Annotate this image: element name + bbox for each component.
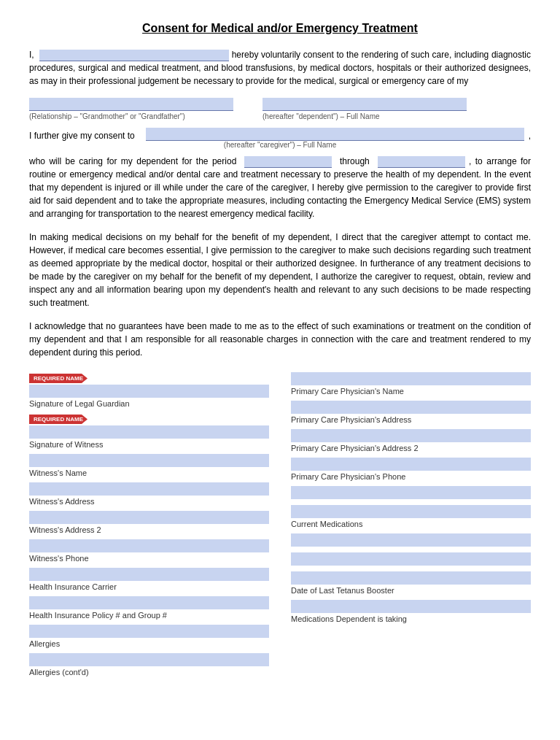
form-group-2: Witness's Name: [29, 454, 269, 478]
paragraph-3: I acknowledge that no guarantees have be…: [29, 320, 531, 359]
form-group-1: Primary Care Physician's Address: [291, 401, 531, 425]
field-label-5: Current Medications: [291, 520, 531, 528]
form-group-6: Health Insurance Carrier: [29, 568, 269, 592]
input-field-4[interactable]: [29, 511, 269, 524]
paragraph-period: who will be caring for my dependent for …: [29, 155, 531, 220]
relationship-field[interactable]: [29, 98, 233, 111]
input-field-0[interactable]: [29, 385, 269, 398]
form-group-0: Primary Care Physician's Name: [291, 372, 531, 396]
caregiver-row: I further give my consent to ,: [29, 128, 531, 141]
form-group-4: Witness's Address 2: [29, 511, 269, 535]
form-group-4: [291, 486, 531, 501]
input-field-6[interactable]: [291, 533, 531, 547]
input-field-3[interactable]: [29, 482, 269, 496]
dependent-col: (hereafter "dependent") – Full Name: [262, 98, 467, 120]
input-field-0[interactable]: [291, 372, 531, 385]
field-label-0: Signature of Legal Guardian: [29, 399, 269, 408]
page-title: Consent for Medical and/or Emergency Tre…: [29, 22, 531, 35]
field-label-0: Primary Care Physician's Name: [291, 387, 531, 396]
i-label: I,: [29, 50, 36, 60]
input-field-1[interactable]: [29, 425, 269, 439]
form-group-3: Primary Care Physician's Phone: [291, 458, 531, 482]
input-field-5[interactable]: [291, 505, 531, 518]
input-field-7[interactable]: [291, 552, 531, 566]
field-label-9: Medications Dependent is taking: [291, 614, 531, 623]
field-label-3: Primary Care Physician's Phone: [291, 472, 531, 481]
field-label-4: Witness's Address 2: [29, 525, 269, 534]
form-group-7: Health Insurance Policy # and Group #: [29, 596, 269, 620]
field-label-6: Health Insurance Carrier: [29, 582, 269, 591]
form-group-3: Witness's Address: [29, 482, 269, 506]
form-section: REQUIRED NAMESignature of Legal Guardian…: [29, 372, 531, 682]
period-from-field[interactable]: [244, 156, 332, 168]
input-field-6[interactable]: [29, 568, 269, 581]
field-label-8: Allergies: [29, 639, 269, 648]
dependent-label: (hereafter "dependent") – Full Name: [262, 112, 380, 120]
caregiver-section: I further give my consent to , (hereafte…: [29, 128, 531, 149]
field-label-1: Primary Care Physician's Address: [291, 415, 531, 424]
field-label-2: Witness's Name: [29, 469, 269, 477]
through-text: through: [340, 156, 370, 166]
comma: ,: [529, 131, 531, 141]
field-label-2: Primary Care Physician's Address 2: [291, 444, 531, 452]
input-field-3[interactable]: [291, 458, 531, 471]
form-group-5: Current Medications: [291, 505, 531, 529]
period-to-field[interactable]: [378, 156, 465, 168]
left-col: REQUIRED NAMESignature of Legal Guardian…: [29, 372, 269, 682]
caregiver-label: (hereafter "caregiver") – Full Name: [29, 141, 531, 149]
input-field-8[interactable]: [291, 571, 531, 585]
relationship-col: (Relationship – "Grandmother" or "Grandf…: [29, 98, 233, 120]
input-field-1[interactable]: [291, 401, 531, 414]
field-label-5: Witness's Phone: [29, 554, 269, 563]
relationship-row: (Relationship – "Grandmother" or "Grandf…: [29, 98, 531, 120]
field-label-1: Signature of Witness: [29, 440, 269, 449]
field-label-7: Health Insurance Policy # and Group #: [29, 611, 269, 620]
field-label-9: Allergies (cont'd): [29, 668, 269, 677]
form-group-9: Medications Dependent is taking: [291, 600, 531, 624]
form-group-8: Date of Last Tetanus Booster: [291, 571, 531, 596]
required-badge: REQUIRED NAME: [29, 374, 88, 383]
caregiver-prefix: I further give my consent to: [29, 131, 135, 141]
right-col: Primary Care Physician's NamePrimary Car…: [291, 372, 531, 682]
input-field-4[interactable]: [291, 486, 531, 499]
input-field-9[interactable]: [29, 653, 269, 666]
period-prefix: who will be caring for my dependent for …: [29, 156, 236, 166]
form-group-0: REQUIRED NAMESignature of Legal Guardian: [29, 372, 269, 409]
relationship-label: (Relationship – "Grandmother" or "Grandf…: [29, 112, 185, 120]
required-badge: REQUIRED NAME: [29, 415, 88, 424]
name-field[interactable]: [39, 50, 229, 61]
input-field-9[interactable]: [291, 600, 531, 613]
form-group-2: Primary Care Physician's Address 2: [291, 429, 531, 453]
paragraph-2: In making medical decisions on my behalf…: [29, 231, 531, 309]
caregiver-field[interactable]: [146, 128, 524, 141]
field-label-3: Witness's Address: [29, 497, 269, 506]
input-field-2[interactable]: [291, 429, 531, 442]
form-group-5: Witness's Phone: [29, 539, 269, 563]
form-group-1: REQUIRED NAMESignature of Witness: [29, 413, 269, 450]
form-group-9: Allergies (cont'd): [29, 653, 269, 677]
input-field-7[interactable]: [29, 596, 269, 609]
dependent-field[interactable]: [262, 98, 467, 111]
field-label-8: Date of Last Tetanus Booster: [291, 586, 531, 595]
input-field-8[interactable]: [29, 625, 269, 638]
input-field-5[interactable]: [29, 539, 269, 552]
paragraph-1: I, hereby voluntarily consent to the ren…: [29, 48, 531, 88]
form-group-7: [291, 552, 531, 567]
form-group-6: [291, 533, 531, 548]
form-group-8: Allergies: [29, 625, 269, 649]
input-field-2[interactable]: [29, 454, 269, 467]
